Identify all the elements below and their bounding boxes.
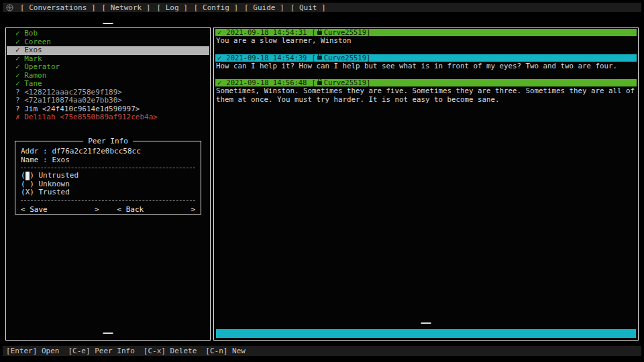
menubar: [ Conversations ] [ Network ] [ Log ] [ …	[3, 3, 641, 12]
contact-name: Tane	[24, 79, 42, 88]
key-hint-peer-info: [C-e] Peer Info	[68, 347, 134, 355]
lock-icon	[317, 56, 322, 60]
peer-info-title: Peer Info	[83, 137, 133, 145]
separator	[21, 168, 195, 168]
message-cipher: [Curve25519]	[311, 29, 370, 36]
key-hint-open: [Enter] Open	[6, 347, 59, 355]
button-bracket: <	[117, 205, 122, 214]
app-logo-icon	[6, 4, 13, 11]
blocked-cross-icon: ✗	[15, 113, 20, 122]
trusted-check-icon: ✓	[15, 46, 20, 55]
contact-name: Delilah <75e8550b89af912ceb4a>	[24, 113, 158, 121]
peer-addr-value: df76a2c21f2e0bcc58cc	[52, 147, 140, 156]
radio-paren: (	[21, 188, 25, 196]
scroll-indicator-top	[103, 23, 113, 24]
contact-name: Mark	[24, 54, 42, 63]
contact-name: Operator	[24, 62, 60, 71]
peer-name-line: Name : Exos	[21, 156, 195, 165]
contact-name: Coreen	[24, 38, 51, 46]
message-header: ✓ 2021-09-18 14:54:31 [Curve25519]	[215, 29, 637, 36]
message-text: How can I help it? How can I help but se…	[216, 62, 637, 71]
message-timestamp: 2021-09-18 14:54:39	[226, 54, 307, 62]
message-cipher: [Curve25519]	[311, 79, 370, 86]
menu-item-quit[interactable]: [ Quit ]	[290, 3, 326, 12]
peer-info-box: Peer Info Addr : df76a2c21f2e0bcc58cc Na…	[15, 141, 201, 215]
menu-item-network[interactable]: [ Network ]	[102, 3, 151, 12]
message-list: ✓ 2021-09-18 14:54:31 [Curve25519] You a…	[215, 29, 637, 313]
message: ✓ 2021-09-18 14:54:31 [Curve25519] You a…	[215, 29, 637, 46]
message-cipher: [Curve25519]	[311, 54, 370, 62]
scroll-indicator-bottom	[421, 322, 431, 324]
button-bracket: <	[21, 205, 25, 214]
bracket: [	[311, 54, 315, 62]
message-input[interactable]	[216, 329, 636, 338]
cipher-name: Curve25519	[324, 79, 366, 86]
message: ✓ 2021-09-18 14:56:48 [Curve25519] Somet…	[215, 79, 637, 104]
contact-name: <72a1f10874aa02e7bb30>	[24, 96, 122, 105]
message-text: You are a slow learner, Winston	[216, 37, 637, 46]
delivered-check-icon: ✓	[217, 54, 221, 62]
trusted-check-icon: ✓	[15, 63, 20, 72]
contact-name: Exos	[24, 46, 42, 54]
lock-icon	[317, 81, 322, 85]
bracket: ]	[366, 79, 370, 86]
radio-untrusted[interactable]: ( )Untrusted	[21, 172, 195, 180]
button-label: Back	[126, 205, 191, 214]
trusted-check-icon: ✓	[15, 29, 20, 38]
save-button[interactable]: <Save>	[21, 205, 99, 214]
radio-label: Trusted	[38, 188, 69, 196]
button-label: Save	[30, 205, 95, 214]
radio-label: Untrusted	[38, 171, 78, 180]
radio-label: Unknown	[38, 180, 69, 188]
contacts-panel: ✓Bob ✓Coreen ✓Exos ✓Mark ✓Operator ✓Ramo…	[5, 27, 211, 341]
scroll-indicator-bottom	[103, 333, 113, 334]
peer-info-buttons: <Save> <Back>	[21, 205, 195, 214]
peer-name-value: Exos	[52, 156, 70, 164]
peer-addr-label: Addr :	[21, 147, 48, 156]
trusted-check-icon: ✓	[15, 80, 20, 88]
menu-item-conversations[interactable]: [ Conversations ]	[20, 3, 96, 12]
bracket: ]	[366, 29, 370, 36]
unknown-question-icon: ?	[15, 97, 20, 105]
radio-paren: (	[21, 171, 25, 180]
message-timestamp: 2021-09-18 14:54:31	[226, 29, 307, 36]
message-timestamp: 2021-09-18 14:56:48	[226, 79, 307, 86]
menu-item-guide[interactable]: [ Guide ]	[244, 3, 284, 12]
contact-name: Jim <24f410c9614e1d590997>	[24, 105, 140, 113]
contact-name: <128212aaac2758e9f189>	[24, 88, 122, 97]
menu-item-config[interactable]: [ Config ]	[194, 3, 238, 12]
cipher-name: Curve25519	[324, 54, 366, 62]
key-hint-new: [C-n] New	[205, 347, 246, 355]
delivered-check-icon: ✓	[217, 79, 221, 86]
contact-name: Ramon	[24, 71, 46, 80]
message-header: ✓ 2021-09-18 14:54:39 [Curve25519]	[215, 54, 637, 62]
radio-paren: (	[21, 180, 25, 188]
statusbar: [Enter] Open [C-e] Peer Info [C-x] Delet…	[3, 346, 641, 356]
radio-paren: )	[30, 188, 34, 196]
message-header: ✓ 2021-09-18 14:56:48 [Curve25519]	[215, 79, 637, 86]
radio-trusted[interactable]: (X)Trusted	[21, 188, 195, 197]
key-hint-delete: [C-x] Delete	[144, 347, 197, 355]
contact-row-delilah[interactable]: ✗Delilah <75e8550b89af912ceb4a>	[7, 113, 209, 122]
chat-panel: ✓ 2021-09-18 14:54:31 [Curve25519] You a…	[213, 27, 639, 341]
message-text: Sometimes, Winston. Sometimes they are f…	[216, 87, 637, 104]
contact-name: Bob	[24, 29, 38, 38]
contact-list: ✓Bob ✓Coreen ✓Exos ✓Mark ✓Operator ✓Ramo…	[7, 29, 209, 122]
button-bracket: >	[191, 205, 195, 214]
bracket: [	[311, 29, 315, 36]
delivered-check-icon: ✓	[217, 29, 221, 36]
cipher-name: Curve25519	[324, 29, 366, 36]
menu-item-log[interactable]: [ Log ]	[156, 3, 187, 12]
separator	[21, 200, 195, 201]
radio-paren: )	[30, 180, 34, 188]
bracket: [	[311, 79, 315, 86]
lock-icon	[317, 31, 322, 35]
button-bracket: >	[95, 205, 99, 214]
back-button[interactable]: <Back>	[117, 205, 196, 214]
bracket: ]	[366, 54, 370, 62]
radio-paren: )	[30, 171, 34, 180]
message: ✓ 2021-09-18 14:54:39 [Curve25519] How c…	[215, 54, 637, 71]
peer-name-label: Name :	[21, 156, 48, 164]
